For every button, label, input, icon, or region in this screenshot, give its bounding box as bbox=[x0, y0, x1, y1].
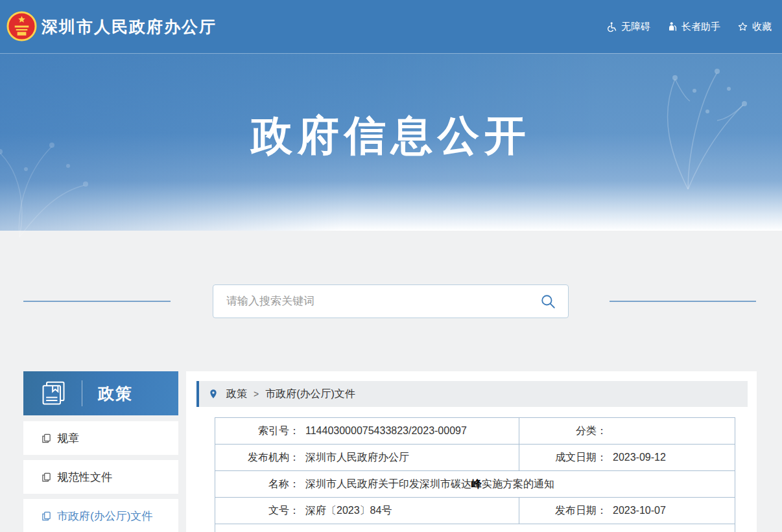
location-pin-icon bbox=[208, 389, 219, 399]
document-number-label: 文号： bbox=[215, 504, 300, 518]
accessibility-link[interactable]: 无障碍 bbox=[606, 21, 650, 33]
document-info-table: 索引号： 114403000075433823/2023-00097 分类： 发… bbox=[215, 417, 735, 532]
elder-helper-link[interactable]: 长者助手 bbox=[667, 21, 720, 33]
sidebar-item-regulations[interactable]: 规章 bbox=[23, 421, 178, 455]
document-icon bbox=[41, 434, 51, 443]
search-box bbox=[213, 284, 569, 318]
accessibility-label: 无障碍 bbox=[621, 21, 650, 33]
document-name-value: 深圳市人民政府关于印发深圳市碳达峰实施方案的通知 bbox=[300, 478, 554, 491]
index-number-value: 114403000075433823/2023-00097 bbox=[300, 425, 467, 437]
search-icon bbox=[539, 293, 556, 310]
wheelchair-icon bbox=[606, 21, 617, 32]
page-banner: 政府信息公开 bbox=[0, 53, 782, 231]
sidebar-item-label: 规范性文件 bbox=[57, 470, 112, 485]
elder-person-icon bbox=[667, 21, 678, 32]
favorite-label: 收藏 bbox=[752, 21, 772, 33]
national-emblem-logo bbox=[6, 11, 37, 41]
sidebar-item-label: 规章 bbox=[57, 431, 79, 446]
elder-helper-label: 长者助手 bbox=[681, 21, 720, 33]
document-icon bbox=[41, 511, 51, 521]
publish-date-label: 发布日期： bbox=[519, 504, 607, 518]
sidebar-title: 政策 bbox=[98, 383, 133, 404]
sidebar-header-divider bbox=[82, 380, 82, 406]
table-row: 发布机构： 深圳市人民政府办公厅 成文日期： 2023-09-12 bbox=[215, 445, 735, 471]
search-input[interactable] bbox=[213, 285, 528, 318]
sidebar: 政策 规章 规范性文件 bbox=[23, 371, 178, 532]
table-row: 文号： 深府〔2023〕84号 发布日期： 2023-10-07 bbox=[215, 498, 735, 524]
star-icon bbox=[737, 21, 748, 32]
breadcrumb: 政策 > 市政府(办公厅)文件 bbox=[196, 381, 748, 407]
category-label: 分类： bbox=[519, 424, 607, 438]
document-icon bbox=[41, 472, 51, 482]
main-content-panel: 政策 > 市政府(办公厅)文件 索引号： 114403000075433823/… bbox=[186, 371, 757, 532]
breadcrumb-root[interactable]: 政策 bbox=[226, 387, 247, 401]
sidebar-item-municipal-government-documents[interactable]: 市政府(办公厅)文件 bbox=[23, 499, 178, 532]
sidebar-item-label: 市政府(办公厅)文件 bbox=[57, 509, 152, 524]
document-name-label: 名称： bbox=[215, 478, 300, 491]
page: 深圳市人民政府办公厅 无障碍 长者助手 bbox=[0, 0, 782, 532]
table-row: 索引号： 114403000075433823/2023-00097 分类： bbox=[215, 418, 735, 445]
decorative-line-left bbox=[23, 301, 171, 302]
table-row bbox=[215, 524, 735, 532]
site-title: 深圳市人民政府办公厅 bbox=[41, 0, 217, 53]
table-row: 名称： 深圳市人民政府关于印发深圳市碳达峰实施方案的通知 bbox=[215, 471, 735, 498]
sidebar-item-normative-documents[interactable]: 规范性文件 bbox=[23, 460, 178, 494]
flower-decoration-icon bbox=[613, 60, 763, 215]
publish-date-value: 2023-10-07 bbox=[607, 505, 666, 516]
book-icon bbox=[40, 380, 67, 407]
written-date-value: 2023-09-12 bbox=[607, 452, 666, 463]
breadcrumb-separator: > bbox=[254, 389, 259, 399]
document-number-value: 深府〔2023〕84号 bbox=[300, 504, 392, 518]
sidebar-header: 政策 bbox=[23, 371, 178, 415]
favorite-link[interactable]: 收藏 bbox=[737, 21, 772, 33]
flower-decoration-icon bbox=[0, 121, 110, 237]
topbar-links: 无障碍 长者助手 收藏 bbox=[606, 0, 772, 53]
search-keyword-highlight: 峰 bbox=[471, 478, 482, 489]
breadcrumb-current[interactable]: 市政府(办公厅)文件 bbox=[265, 387, 355, 401]
search-button[interactable] bbox=[528, 285, 568, 318]
written-date-label: 成文日期： bbox=[519, 451, 607, 465]
publishing-agency-label: 发布机构： bbox=[215, 451, 300, 465]
publishing-agency-value: 深圳市人民政府办公厅 bbox=[300, 451, 409, 465]
decorative-line-right bbox=[610, 301, 756, 302]
index-number-label: 索引号： bbox=[215, 424, 300, 438]
top-header-bar: 深圳市人民政府办公厅 无障碍 长者助手 bbox=[0, 0, 782, 53]
